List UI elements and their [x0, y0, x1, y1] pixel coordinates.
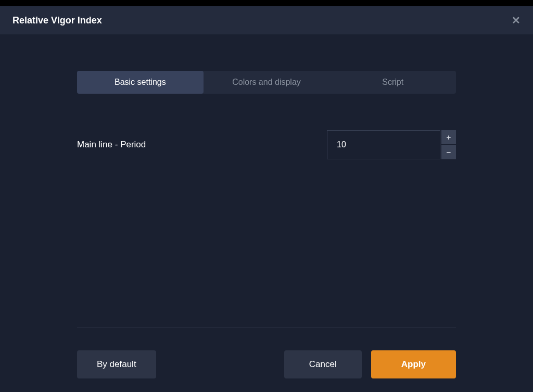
cancel-button[interactable]: Cancel [284, 350, 362, 378]
stepper-buttons: + − [441, 130, 456, 159]
tab-script[interactable]: Script [329, 71, 456, 94]
apply-button[interactable]: Apply [371, 350, 456, 378]
setting-label: Main line - Period [77, 140, 146, 150]
period-stepper: + − [327, 130, 456, 159]
button-label: By default [97, 359, 136, 370]
setting-main-line-period: Main line - Period + − [77, 130, 456, 159]
button-label: Apply [401, 359, 426, 370]
tab-label: Basic settings [115, 78, 166, 87]
button-label: Cancel [309, 359, 337, 370]
plus-icon: + [447, 133, 451, 142]
dialog-footer: By default Cancel Apply [77, 327, 456, 392]
tab-label: Script [382, 78, 403, 87]
tab-basic-settings[interactable]: Basic settings [77, 71, 204, 94]
tab-colors-and-display[interactable]: Colors and display [204, 71, 330, 94]
tab-label: Colors and display [232, 78, 301, 87]
by-default-button[interactable]: By default [77, 350, 156, 378]
stepper-plus-button[interactable]: + [441, 130, 456, 144]
dialog-titlebar: Relative Vigor Index ✕ [0, 6, 533, 34]
app-topbar [0, 0, 533, 6]
stepper-minus-button[interactable]: − [441, 145, 456, 159]
close-icon[interactable]: ✕ [512, 14, 521, 27]
minus-icon: − [447, 148, 451, 157]
dialog-body: Basic settings Colors and display Script… [0, 34, 533, 392]
dialog-title: Relative Vigor Index [12, 15, 102, 26]
period-input[interactable] [327, 130, 440, 159]
tab-bar: Basic settings Colors and display Script [77, 71, 456, 94]
indicator-settings-dialog: Relative Vigor Index ✕ Basic settings Co… [0, 6, 533, 392]
